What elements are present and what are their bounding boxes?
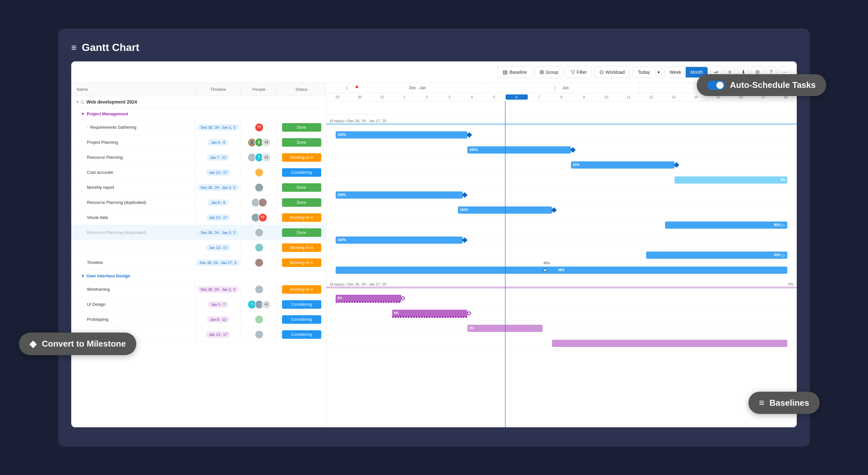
section-ui-name: User Interface Design — [87, 274, 130, 278]
section-ui-design[interactable]: ▾ User Interface Design — [71, 270, 326, 282]
section-ui-chevron[interactable]: ▾ — [82, 274, 84, 278]
task-timeline-cell: Jan 7 - 12 — [195, 152, 241, 163]
task-status-cell: Considering — [277, 298, 326, 311]
timeline-badge: Jan 13 - 17 — [206, 331, 230, 338]
workload-button[interactable]: ⊙ Workload — [594, 66, 630, 78]
toggle-knob — [716, 82, 723, 89]
task-people-cell — [241, 283, 277, 296]
ui-section-bar — [326, 286, 797, 288]
avatar-group — [255, 228, 264, 237]
group-button[interactable]: ⊞ Group — [535, 66, 563, 78]
avatar — [258, 198, 267, 207]
task-status-cell: Considering — [277, 313, 326, 326]
table-row: Cost accurate Jan 13 - 17 Considering — [71, 165, 326, 180]
section-pm-name: Project Management — [87, 112, 128, 116]
project-group-header[interactable]: ▾ □ Web development 2024 — [71, 96, 326, 108]
gantt-day: 31 — [371, 94, 394, 100]
task-timeline-cell: Jan 13 - 17 — [195, 167, 241, 178]
timeline-badge: Jan 8 - 12 — [207, 316, 229, 323]
task-people-cell — [241, 181, 277, 194]
status-badge: Considering — [282, 300, 321, 309]
gantt-day: 5 — [483, 94, 505, 100]
gantt-day: 13 — [662, 94, 685, 100]
expand-icon[interactable]: › — [87, 125, 88, 129]
section-project-management[interactable]: ▾ Project Management — [71, 108, 326, 120]
task-name-cell: Timeline — [71, 257, 195, 268]
avatar-group — [255, 183, 264, 192]
timeline-badge: Jan 13 - 17 — [206, 214, 230, 221]
task-name-cell: › Requirements Gathering — [71, 122, 195, 133]
avatar-group: T +1 — [247, 300, 271, 309]
gantt-task-row: 48% 48% — [326, 263, 797, 278]
table-row: Timeline Dec 30, '24 - Jan 17, '2 Workin… — [71, 255, 326, 270]
gantt-day: 9 — [572, 94, 595, 100]
milestone-diamond — [467, 311, 471, 315]
table-row: Resource Planning (duplicated) Jan 6 - 9 — [71, 195, 326, 210]
auto-schedule-callout[interactable]: Auto-Schedule Tasks — [697, 74, 826, 96]
avatar-plus: +1 — [262, 153, 271, 162]
status-badge: Working on it — [282, 243, 321, 252]
gantt-panel: 1 Dec - Jan 2Jan 3Jan 29 30 — [326, 83, 797, 427]
avatar — [255, 285, 264, 294]
task-name: UI Design — [87, 302, 105, 307]
gantt-bar: 100% — [336, 236, 463, 244]
baselines-callout[interactable]: ≡ Baselines — [748, 392, 819, 414]
timeline-badge: Jan 13 - 17 — [206, 169, 230, 176]
status-badge: Considering — [282, 168, 321, 177]
task-name: Timeline — [87, 260, 103, 265]
task-status-cell: Working on it — [277, 256, 326, 269]
table-row: UI Design Jan 3 - 7 T +1 — [71, 297, 326, 312]
milestone-diamond — [462, 237, 467, 243]
gem-icon: ◆ — [29, 339, 37, 349]
today-group: Today ▾ — [632, 67, 662, 78]
task-people-cell — [241, 196, 277, 209]
task-status-cell: Working on it — [277, 151, 326, 164]
convert-milestone-callout[interactable]: ◆ Convert to Milestone — [19, 332, 136, 355]
bar-percent-label: 0% — [338, 296, 342, 300]
timeline-badge: Jan 3 - 7 — [208, 301, 228, 308]
timeline-badge: Jan 6 - 9 — [208, 199, 228, 206]
today-chevron[interactable]: ▾ — [656, 67, 662, 78]
task-name: Visual data — [87, 215, 108, 220]
section-pm-chevron[interactable]: ▾ — [82, 112, 84, 116]
filter-button[interactable]: ▽ Filter — [566, 66, 592, 78]
auto-schedule-toggle[interactable] — [707, 81, 725, 90]
duration-label: 19 day(s) • Dec 30, '24 - Jan 17, '25 — [330, 119, 386, 123]
gantt-bar: 48% 48% — [336, 266, 787, 274]
gantt-day: 12 — [640, 94, 662, 100]
bar-percent-label: 100% — [338, 133, 346, 136]
gantt-task-row: 9% — [326, 172, 797, 188]
status-badge: Considering — [282, 330, 321, 339]
bar-percent-label: 63% — [573, 163, 580, 167]
gantt-bar-purple — [552, 340, 787, 347]
workload-label: Workload — [606, 70, 625, 75]
week-button[interactable]: Week — [665, 67, 686, 77]
table-row: Jan 13 - 17 Working on it — [71, 240, 326, 255]
status-badge: Considering — [282, 315, 321, 324]
avatar-group: TT — [251, 213, 267, 222]
bar-percent-label: 0% — [394, 311, 399, 315]
timeline-badge: Dec 30, '24 - Jan 2, '2 — [197, 286, 239, 293]
task-name: Project Planning — [87, 140, 118, 145]
task-timeline-cell: Jan 3 - 7 — [195, 299, 241, 310]
task-status-cell: Done — [277, 196, 326, 209]
gantt-ui-section-row: 19 day(s) • Dec 30, '24 - Jan 17, '25 0% — [326, 278, 797, 291]
gantt-day: 4 — [461, 94, 483, 100]
baseline-button[interactable]: ▤ Baseline — [498, 66, 532, 78]
avatar — [255, 330, 264, 339]
baseline-bar — [336, 301, 402, 303]
task-people-cell — [241, 328, 277, 341]
task-name-cell: Cost accurate — [71, 167, 195, 178]
gantt-bar-purple: 0% — [392, 310, 467, 317]
baseline-label: Baseline — [509, 70, 527, 75]
avatar — [255, 315, 264, 324]
title-bar: ≡ Gantt Chart — [71, 41, 797, 54]
bar-percent-label: 85% — [774, 223, 780, 227]
task-timeline-cell: Jan 6 - 9 — [195, 197, 241, 208]
gantt-day: 7 — [528, 94, 550, 100]
gantt-task-row: 85% ▷ — [326, 218, 797, 232]
today-button[interactable]: Today — [632, 67, 656, 78]
project-chevron[interactable]: ▾ — [76, 100, 79, 104]
avatar-plus: +1 — [262, 300, 271, 309]
gantt-bar: 100% — [458, 207, 552, 214]
